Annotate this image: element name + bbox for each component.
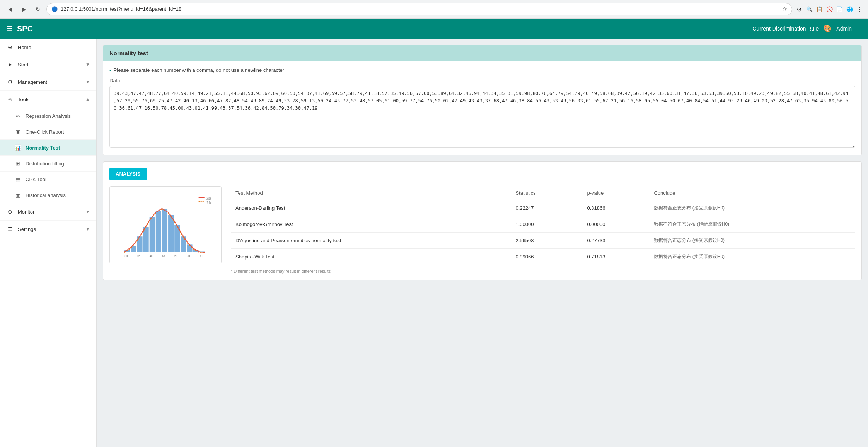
sidebar-label-historical: Historical analysis — [26, 192, 90, 198]
svg-rect-11 — [168, 215, 174, 252]
cell-pvalue-0: 0.81866 — [583, 200, 650, 216]
cell-conclude-2: 数据符合正态分布 (接受原假设H0) — [649, 233, 855, 249]
instruction-text: Please separate each number with a comma… — [109, 67, 855, 73]
sidebar-item-tools[interactable]: ✳ Tools ▲ — [0, 91, 96, 108]
sidebar-label-settings: Settings — [18, 226, 82, 232]
sidebar-item-settings[interactable]: ☰ Settings ▼ — [0, 221, 96, 238]
svg-text:35: 35 — [137, 255, 140, 257]
management-icon: ⚙ — [6, 79, 14, 85]
svg-text:45: 45 — [162, 255, 165, 257]
ext-icon-4[interactable]: 🚫 — [825, 5, 833, 13]
ext-icon-3[interactable]: 📋 — [815, 5, 823, 13]
cell-conclude-3: 数据符合正态分布 (接受原假设H0) — [649, 249, 855, 265]
chevron-management: ▼ — [85, 79, 90, 85]
svg-rect-10 — [162, 209, 167, 252]
cell-stats-0: 0.22247 — [511, 200, 582, 216]
sidebar-item-home[interactable]: ⊕ Home — [0, 39, 96, 56]
app-header: ☰ SPC Current Discrimination Rule 🎨 Admi… — [0, 19, 868, 39]
cell-pvalue-2: 0.27733 — [583, 233, 650, 249]
start-icon: ➤ — [6, 61, 14, 68]
chevron-settings: ▼ — [85, 226, 90, 232]
chevron-tools: ▲ — [85, 97, 90, 102]
chevron-monitor: ▼ — [85, 209, 90, 214]
svg-text:拟合: 拟合 — [206, 201, 211, 204]
sidebar-label-normality: Normality Test — [26, 145, 90, 151]
distribution-icon: ⊞ — [14, 160, 22, 167]
palette-icon[interactable]: 🎨 — [823, 24, 832, 33]
reload-button[interactable]: ↻ — [32, 4, 43, 15]
histogram-svg: 正态 拟合 — [113, 190, 218, 260]
lock-icon: 🔵 — [51, 6, 58, 12]
svg-rect-8 — [150, 217, 155, 252]
card-body: Please separate each number with a comma… — [103, 61, 861, 155]
back-button[interactable]: ◀ — [5, 4, 15, 15]
sidebar-label-regression: Regression Analysis — [26, 113, 90, 119]
header-right: Current Discrimination Rule 🎨 Admin ⋮ — [752, 24, 862, 33]
cell-conclude-1: 数据不符合正态分布 (拒绝原假设H0) — [649, 216, 855, 233]
sidebar-item-management[interactable]: ⚙ Management ▼ — [0, 73, 96, 91]
cell-method-2: D'Agostino and Pearson omnibus normality… — [231, 233, 511, 249]
cell-stats-2: 2.56508 — [511, 233, 582, 249]
svg-text:70: 70 — [187, 255, 190, 257]
cell-method-3: Shapiro-Wilk Test — [231, 249, 511, 265]
main-content: Normality test Please separate each numb… — [97, 39, 868, 447]
results-table: Test Method Statistics p-value Conclude … — [231, 186, 855, 274]
ext-icon-6[interactable]: 🌐 — [846, 5, 853, 13]
sidebar-item-regression[interactable]: ∞ Regression Analysis — [0, 108, 96, 124]
sidebar-label-monitor: Monitor — [18, 209, 82, 215]
browser-bar: ◀ ▶ ↻ 🔵 127.0.0.1:5001/norm_test?menu_id… — [0, 0, 868, 19]
browser-extension-icons: ⊙ 🔍 📋 🚫 📄 🌐 ⋮ — [795, 5, 863, 13]
cpk-icon: ▤ — [14, 176, 22, 182]
data-input[interactable]: 39.43,47.47,48.77,64.40,59.14,49.21,55.1… — [109, 86, 855, 148]
cell-stats-3: 0.99066 — [511, 249, 582, 265]
ext-icon-5[interactable]: 📄 — [836, 5, 843, 13]
ext-icon-1[interactable]: ⊙ — [795, 5, 803, 13]
table-footnote: * Different test methods may result in d… — [231, 269, 855, 274]
sidebar-label-tools: Tools — [18, 97, 82, 102]
user-menu-icon[interactable]: ⋮ — [856, 25, 862, 32]
normality-icon: 📊 — [14, 144, 22, 151]
analysis-body: ANALYSIS 正态 拟合 — [103, 162, 861, 280]
cell-conclude-0: 数据符合正态分布 (接受原假设H0) — [649, 200, 855, 216]
sidebar-item-normality[interactable]: 📊 Normality Test — [0, 140, 96, 156]
user-label: Admin — [836, 25, 852, 32]
sidebar-label-home: Home — [18, 44, 90, 50]
forward-button[interactable]: ▶ — [19, 4, 29, 15]
sidebar-item-distribution[interactable]: ⊞ Distribution fitting — [0, 156, 96, 172]
sidebar-item-monitor[interactable]: ⊕ Monitor ▼ — [0, 203, 96, 221]
cell-method-1: Kolmogorov-Smirnov Test — [231, 216, 511, 233]
col-statistics: Statistics — [511, 186, 582, 200]
hamburger-menu[interactable]: ☰ — [6, 24, 12, 33]
cell-method-0: Anderson-Darling Test — [231, 200, 511, 216]
analysis-label: ANALYSIS — [109, 168, 147, 180]
cell-pvalue-1: 0.00000 — [583, 216, 650, 233]
svg-text:40: 40 — [150, 255, 153, 257]
sidebar-item-historical[interactable]: ▦ Historical analysis — [0, 187, 96, 203]
svg-text:80: 80 — [200, 255, 203, 257]
svg-rect-9 — [156, 211, 161, 252]
svg-text:正态: 正态 — [206, 197, 211, 200]
bookmark-icon[interactable]: ☆ — [783, 6, 787, 12]
cell-stats-1: 1.00000 — [511, 216, 582, 233]
cell-pvalue-3: 0.71813 — [583, 249, 650, 265]
sidebar: ⊕ Home ➤ Start ▼ ⚙ Management ▼ ✳ Tools … — [0, 39, 97, 447]
url-text: 127.0.0.1:5001/norm_test?menu_id=16&pare… — [61, 6, 779, 12]
app-title: SPC — [17, 24, 33, 33]
sidebar-label-distribution: Distribution fitting — [26, 161, 90, 167]
sidebar-item-one-click[interactable]: ▣ One-Click Report — [0, 124, 96, 140]
card-title: Normality test — [103, 45, 861, 61]
sidebar-item-cpk[interactable]: ▤ CPK Tool — [0, 172, 96, 187]
settings-icon: ☰ — [6, 226, 14, 232]
histogram-chart: 正态 拟合 — [109, 186, 222, 263]
ext-icon-2[interactable]: 🔍 — [805, 5, 813, 13]
table-row: Shapiro-Wilk Test 0.99066 0.71813 数据符合正态… — [231, 249, 855, 265]
test-results-table: Test Method Statistics p-value Conclude … — [231, 186, 855, 265]
sidebar-item-start[interactable]: ➤ Start ▼ — [0, 56, 96, 73]
svg-rect-7 — [143, 227, 149, 252]
tools-icon: ✳ — [6, 96, 14, 102]
col-pvalue: p-value — [583, 186, 650, 200]
sidebar-label-start: Start — [18, 62, 82, 68]
more-button[interactable]: ⋮ — [856, 5, 863, 13]
address-bar[interactable]: 🔵 127.0.0.1:5001/norm_test?menu_id=16&pa… — [46, 3, 792, 15]
monitor-icon: ⊕ — [6, 209, 14, 215]
